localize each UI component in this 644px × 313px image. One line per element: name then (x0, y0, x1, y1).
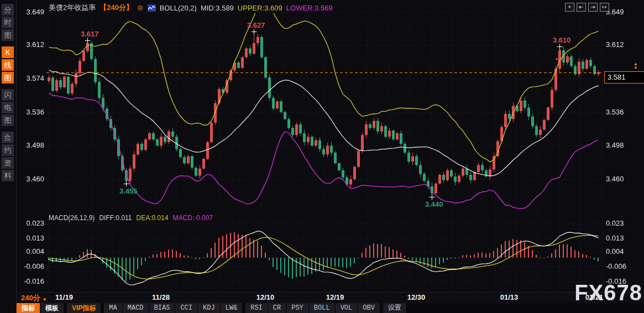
date-label-01/13: 01/13 (500, 293, 519, 301)
date-label-12/19: 12/19 (326, 293, 344, 301)
date-label-11/19: 11/19 (55, 293, 73, 301)
chart-tool-icons: +⇤⇥↦ (563, 3, 609, 12)
indicator-toolbar: 指标模板VIP指标MAMACDBIASCCIKDJLW&RSICRPSYBOLL… (17, 303, 644, 313)
boll-mid-value: MID:3.589 (201, 4, 234, 12)
macd-axis-label-left: 0.004 (19, 247, 44, 255)
range-shift-icon[interactable]: ↦ (600, 3, 609, 12)
price-axis-label-left: 3.574 (19, 74, 44, 82)
sidebar-tab-char: 合 (2, 132, 14, 143)
toolbar-button-KDJ[interactable]: KDJ (198, 303, 221, 313)
macd-axis-label-left: -0.016 (19, 277, 44, 285)
date-label-12/10: 12/10 (256, 293, 275, 301)
sidebar-tab-char: 电 (2, 102, 14, 113)
sidebar-tab-char: 图 (2, 114, 14, 126)
price-alert-arrows-icon[interactable]: ▲▲ (633, 62, 638, 69)
price-axis-label-right: 3.536 (606, 108, 639, 116)
macd-indicator-label: MACD(26,12,9) (49, 214, 95, 222)
price-axis-label-right: 3.649 (606, 8, 639, 16)
date-label-12/30: 12/30 (407, 293, 426, 301)
toolbar-button-LW&[interactable]: LW& (221, 303, 243, 313)
sidebar-tab-char: 线 (2, 59, 14, 71)
toolbar-button-指标[interactable]: 指标 (17, 303, 40, 313)
sidebar-tab-char: 资 (2, 157, 14, 169)
macd-diff-value: DIFF:0.011 (99, 214, 132, 222)
toolbar-button-MA[interactable]: MA (104, 303, 122, 313)
toolbar-button-CCI[interactable]: CCI (175, 303, 198, 313)
price-axis-label-right: 3.612 (606, 40, 639, 49)
macd-dea-value: DEA:0.014 (137, 214, 169, 222)
boll-upper-value: UPPER:3.609 (238, 4, 282, 12)
sidebar-tab-char: K (2, 46, 14, 58)
toolbar-button-VIP指标[interactable]: VIP指标 (67, 303, 101, 313)
sidebar-tab-0[interactable]: 分时图 (2, 4, 14, 41)
toolbar-button-设置[interactable]: 设置 (383, 303, 407, 313)
sidebar-tab-char: 料 (2, 170, 14, 181)
extreme-label-3.617: 3.617 (81, 30, 99, 38)
instrument-title: 美债2年收益率 (49, 3, 96, 13)
price-axis-label-left: 3.649 (19, 8, 44, 16)
sidebar-tab-char: 约 (2, 144, 14, 156)
chart-header: 美债2年收益率 【240分】 ⊕ BOLL(20,2) MID:3.589 UP… (49, 3, 333, 12)
chart-application: 分时图K线图闪电图合约资料 美债2年收益率 【240分】 ⊕ BOLL(20,2… (0, 0, 644, 313)
range-left-icon[interactable]: ⇤ (577, 3, 586, 12)
macd-value: MACD:-0.007 (173, 214, 213, 222)
toolbar-button-BIAS[interactable]: BIAS (149, 303, 176, 313)
boll-lower-value: LOWER:3.569 (286, 4, 333, 12)
left-sidebar: 分时图K线图闪电图合约资料 (0, 0, 17, 313)
period-arrow-icon: ▲ (42, 296, 47, 301)
toolbar-button-BOLL[interactable]: BOLL (309, 303, 336, 313)
price-axis-label-left: 3.612 (19, 40, 44, 49)
macd-axis-label-left: 0.013 (19, 234, 44, 242)
price-axis-label-left: 3.498 (19, 141, 44, 149)
sidebar-tab-char: 图 (2, 72, 14, 84)
toolbar-button-MACD[interactable]: MACD (123, 303, 149, 313)
toolbar-button-模板[interactable]: 模板 (40, 303, 64, 313)
sidebar-tab-char: 分 (2, 4, 14, 15)
sidebar-tab-1[interactable]: K线图 (2, 46, 14, 84)
macd-axis-label-right: 0.004 (606, 247, 639, 255)
macd-axis-label-right: -0.006 (606, 262, 639, 270)
extreme-label-3.627: 3.627 (247, 21, 265, 29)
macd-axis-label-left: -0.006 (19, 262, 44, 270)
toolbar-button-OBV[interactable]: OBV (358, 303, 380, 313)
macd-axis-label-right: 0.013 (606, 234, 639, 242)
extreme-label-3.440: 3.440 (425, 200, 443, 208)
price-axis-label-right: 3.498 (606, 141, 639, 149)
price-axis-label-left: 3.536 (19, 108, 44, 116)
range-right-icon[interactable]: ⇥ (588, 3, 598, 12)
period-tag[interactable]: 【240分】 (100, 3, 133, 13)
sidebar-tab-char: 图 (2, 29, 14, 41)
macd-header: MACD(26,12,9) DIFF:0.011 DEA:0.014 MACD:… (49, 214, 213, 222)
macd-axis-label-left: 0.023 (19, 219, 44, 227)
toolbar-button-PSY[interactable]: PSY (286, 303, 309, 313)
candlestick-chart-canvas[interactable] (0, 0, 644, 313)
toolbar-button-RSI[interactable]: RSI (245, 303, 268, 313)
extreme-label-3.610: 3.610 (553, 36, 571, 44)
period-selector[interactable]: 240分 ▲ (21, 293, 47, 303)
fx678-watermark: FX678 (574, 280, 642, 305)
sidebar-tab-char: 闪 (2, 89, 14, 101)
boll-indicator-label: BOLL(20,2) (160, 4, 197, 12)
macd-axis-label-right: 0.023 (606, 219, 639, 227)
pan-tool-icon[interactable]: + (565, 3, 574, 12)
toolbar-button-CR[interactable]: CR (268, 303, 286, 313)
toolbar-button-VOL[interactable]: VOL (336, 303, 358, 313)
current-price-box[interactable]: 3.581 (604, 71, 644, 84)
sidebar-tab-3[interactable]: 合约资料 (2, 132, 14, 181)
price-axis-label-right: 3.460 (606, 175, 639, 183)
sidebar-tab-2[interactable]: 闪电图 (2, 89, 14, 126)
add-indicator-icon[interactable]: ⊕ (137, 3, 144, 12)
extreme-label-3.455: 3.455 (119, 187, 138, 195)
mini-chart-icon[interactable] (148, 4, 156, 12)
sidebar-tab-char: 时 (2, 17, 14, 28)
price-axis-label-left: 3.460 (19, 175, 44, 183)
date-label-11/28: 11/28 (152, 293, 170, 301)
